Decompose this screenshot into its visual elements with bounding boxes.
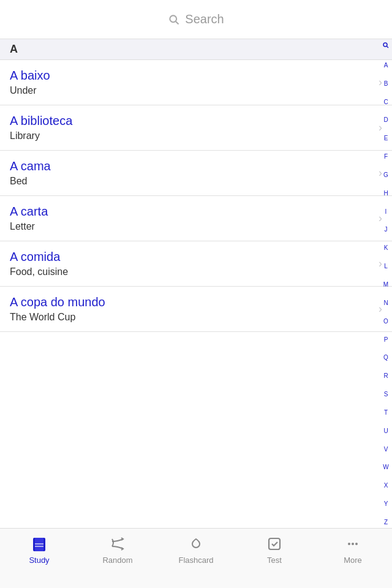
word-english: Under bbox=[10, 85, 50, 96]
tab-icon-more bbox=[344, 535, 362, 553]
search-bar[interactable]: Search bbox=[168, 12, 224, 26]
word-portuguese: A carta bbox=[10, 205, 48, 219]
tab-label-more: More bbox=[344, 556, 362, 565]
svg-rect-5 bbox=[35, 538, 43, 551]
tab-bar: Study Random Flashcard Test More bbox=[0, 528, 392, 588]
word-item[interactable]: A comida Food, cuisine › bbox=[0, 241, 392, 287]
word-content: A baixo Under bbox=[10, 69, 50, 96]
word-english: Library bbox=[10, 130, 72, 141]
alpha-letter-z[interactable]: Z bbox=[384, 519, 388, 526]
tab-flashcard[interactable]: Flashcard bbox=[157, 535, 235, 565]
word-item[interactable]: A carta Letter › bbox=[0, 196, 392, 241]
word-content: A copa do mundo The World Cup bbox=[10, 295, 105, 323]
search-icon bbox=[168, 13, 180, 26]
alpha-letter-s[interactable]: S bbox=[384, 391, 388, 398]
tab-study[interactable]: Study bbox=[0, 535, 78, 565]
alpha-letter-h[interactable]: H bbox=[383, 190, 388, 197]
alpha-letter-c[interactable]: C bbox=[383, 99, 388, 105]
alpha-letter-b[interactable]: B bbox=[384, 81, 388, 87]
tab-more[interactable]: More bbox=[314, 535, 392, 565]
word-item[interactable]: A baixo Under › bbox=[0, 60, 392, 105]
tab-label-flashcard: Flashcard bbox=[178, 556, 213, 565]
tab-label-test: Test bbox=[267, 556, 282, 565]
tab-label-study: Study bbox=[29, 556, 49, 565]
alpha-letter-j[interactable]: J bbox=[385, 227, 388, 233]
alpha-letter-x[interactable]: X bbox=[384, 483, 388, 489]
test-icon bbox=[266, 535, 283, 552]
svg-point-11 bbox=[355, 543, 358, 545]
word-item[interactable]: A cama Bed › bbox=[0, 151, 392, 196]
tab-icon-test bbox=[265, 535, 284, 553]
alpha-letter-e[interactable]: E bbox=[384, 135, 388, 141]
tab-random[interactable]: Random bbox=[78, 535, 157, 565]
header: Search bbox=[0, 0, 392, 39]
word-portuguese: A baixo bbox=[10, 69, 50, 83]
word-portuguese: A comida bbox=[10, 250, 68, 264]
svg-point-10 bbox=[352, 543, 354, 545]
alpha-letter-u[interactable]: U bbox=[383, 428, 388, 434]
search-label: Search bbox=[185, 12, 224, 26]
svg-line-1 bbox=[176, 21, 179, 24]
alpha-letter-k[interactable]: K bbox=[384, 245, 388, 251]
word-content: A cama Bed bbox=[10, 159, 51, 187]
tab-icon-flashcard bbox=[187, 535, 205, 553]
alpha-letter-l[interactable]: L bbox=[384, 263, 388, 270]
svg-point-0 bbox=[170, 15, 177, 22]
tab-label-random: Random bbox=[102, 556, 132, 565]
alpha-letter-o[interactable]: O bbox=[383, 318, 388, 325]
alpha-letter-a[interactable]: A bbox=[384, 62, 388, 69]
word-english: Bed bbox=[10, 176, 51, 187]
word-english: Food, cuisine bbox=[10, 266, 68, 277]
svg-point-9 bbox=[348, 543, 350, 545]
alpha-letter-t[interactable]: T bbox=[384, 410, 388, 416]
section-header: A bbox=[0, 39, 392, 60]
alpha-letter-q[interactable]: Q bbox=[383, 355, 388, 361]
word-list: A baixo Under › A biblioteca Library › A… bbox=[0, 60, 392, 528]
book-icon bbox=[31, 535, 48, 552]
random-icon bbox=[109, 535, 126, 552]
alpha-letter-n[interactable]: N bbox=[383, 300, 388, 306]
word-english: Letter bbox=[10, 221, 48, 232]
alpha-letter-f[interactable]: F bbox=[384, 154, 388, 160]
alpha-letter-w[interactable]: W bbox=[383, 464, 388, 470]
svg-line-3 bbox=[386, 46, 388, 48]
alpha-letter-g[interactable]: G bbox=[383, 172, 388, 178]
alpha-letter-d[interactable]: D bbox=[383, 117, 388, 123]
alpha-letter-r[interactable]: R bbox=[383, 373, 388, 379]
alphabet-index: ABCDEFGHIJKLMNOPQRSTUVWXYZ bbox=[380, 39, 392, 528]
word-english: The World Cup bbox=[10, 312, 105, 323]
word-content: A carta Letter bbox=[10, 205, 48, 232]
more-icon bbox=[344, 535, 361, 552]
svg-rect-8 bbox=[269, 538, 280, 549]
alpha-letter-i[interactable]: I bbox=[385, 209, 387, 215]
word-portuguese: A cama bbox=[10, 159, 51, 173]
alpha-letter-q[interactable] bbox=[382, 42, 390, 50]
alpha-letter-y[interactable]: Y bbox=[384, 501, 388, 507]
word-portuguese: A copa do mundo bbox=[10, 295, 105, 309]
flashcard-icon bbox=[187, 535, 205, 552]
alpha-letter-p[interactable]: P bbox=[384, 337, 388, 343]
word-content: A comida Food, cuisine bbox=[10, 250, 68, 277]
alpha-letter-m[interactable]: M bbox=[383, 282, 388, 288]
tab-test[interactable]: Test bbox=[235, 535, 314, 565]
word-item[interactable]: A biblioteca Library › bbox=[0, 105, 392, 151]
tab-icon-study bbox=[30, 535, 48, 553]
word-content: A biblioteca Library bbox=[10, 114, 72, 141]
alpha-letter-v[interactable]: V bbox=[384, 447, 388, 453]
tab-icon-random bbox=[108, 535, 127, 553]
word-item[interactable]: A copa do mundo The World Cup › bbox=[0, 287, 392, 332]
word-portuguese: A biblioteca bbox=[10, 114, 72, 128]
